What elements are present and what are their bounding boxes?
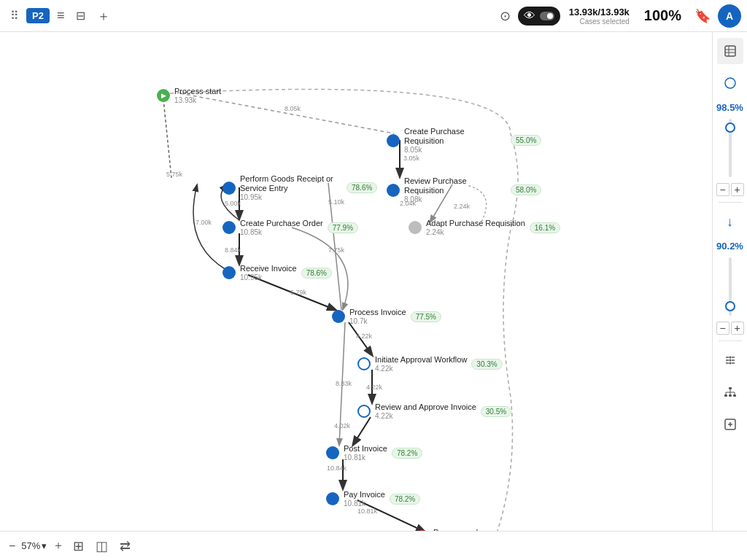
svg-rect-48 [733, 394, 736, 397]
plus-button-top[interactable]: + [731, 183, 744, 196]
node-label-post-inv: Post Invoice [344, 444, 387, 454]
node-create-purchase-req[interactable]: Create Purchase Requisition 8.05k 55.0% [387, 127, 541, 154]
svg-line-1 [163, 99, 171, 178]
menu-icon[interactable]: ≡ [53, 4, 69, 28]
settings-icon[interactable] [717, 347, 743, 373]
node-circle-pay-inv [326, 492, 339, 505]
svg-line-11 [353, 417, 371, 445]
node-sublabel-review-pr: 8.08k [404, 195, 506, 203]
eye-toggle[interactable]: 👁 [518, 7, 560, 26]
svg-text:10.81k: 10.81k [357, 508, 378, 515]
svg-text:5.79k: 5.79k [290, 289, 307, 296]
node-review-approve[interactable]: Review and Approve Invoice 4.22k 30.5% [357, 402, 511, 420]
zoom-in-button[interactable]: ＋ [53, 538, 64, 553]
node-label-end: Process end [433, 528, 478, 531]
minus-button-top[interactable]: − [716, 183, 729, 196]
minus-button-bottom[interactable]: − [716, 322, 729, 335]
zoom-caret-icon: ▾ [42, 540, 47, 551]
node-post-invoice[interactable]: Post Invoice 10.81k 78.2% [326, 444, 422, 462]
percentage-badge: 100% [644, 7, 681, 24]
node-label-pay-inv: Pay Invoice [344, 490, 385, 499]
filter-icon[interactable]: ⊟ [71, 4, 90, 27]
node-pay-invoice[interactable]: Pay Invoice 10.81k 78.2% [326, 490, 420, 508]
node-circle-create-pr [387, 134, 400, 147]
svg-rect-47 [729, 394, 732, 397]
svg-text:4.22k: 4.22k [356, 332, 373, 340]
node-adapt-pr[interactable]: Adapt Purchase Requisition 2.24k 16.1% [409, 219, 560, 236]
svg-line-9 [339, 322, 345, 445]
down-arrow-icon[interactable]: ↓ [717, 209, 743, 235]
node-label-create-pr: Create Purchase Requisition [404, 127, 506, 146]
right-panel: 98.5% − + ↓ 90.2% − + [712, 32, 747, 531]
bookmark-icon[interactable]: 🔖 [690, 4, 715, 28]
grid-icon[interactable]: ⠿ [6, 4, 23, 27]
slider-thumb-bottom[interactable] [725, 301, 735, 311]
node-circle-review-approve [357, 405, 371, 418]
svg-text:3.05k: 3.05k [403, 155, 420, 162]
node-circle-start: ▶ [157, 89, 170, 102]
badge-post-inv: 78.2% [392, 448, 422, 459]
circle-filter-icon[interactable] [717, 70, 743, 96]
top-slider [729, 119, 732, 177]
compare-icon[interactable]: ⇄ [117, 537, 133, 556]
node-initiate-approval[interactable]: Initiate Approval Workflow 4.22k 30.3% [357, 355, 503, 373]
pct-bottom-label: 90.2% [716, 241, 743, 252]
zoom-out-button[interactable]: − [9, 540, 15, 553]
eye-icon: 👁 [524, 9, 535, 23]
svg-line-8 [349, 322, 372, 355]
p2-badge[interactable]: P2 [26, 8, 50, 23]
node-perform-goods[interactable]: Perform Goods Receipt or Service Entry 1… [222, 174, 377, 201]
node-circle-recv-inv [222, 266, 236, 279]
table-icon[interactable] [717, 38, 743, 64]
svg-rect-31 [725, 46, 735, 56]
node-receive-invoice[interactable]: Receive Invoice 10.95k 78.6% [222, 264, 332, 281]
node-label-adapt-pr: Adapt Purchase Requisition [426, 219, 525, 228]
node-process-start[interactable]: ▶ Process start 13.93k [157, 87, 221, 104]
layers-icon[interactable]: ◫ [93, 537, 111, 556]
share-icon[interactable]: ⊙ [495, 4, 515, 28]
node-sublabel-start: 13.93k [174, 96, 221, 104]
top-minus-plus: − + [716, 183, 744, 196]
main-area: 8.05k 5.75k 5.00k 7.00k 8.84k 5.10k 7.75… [0, 32, 747, 531]
node-circle-end: ■ [416, 530, 429, 531]
node-label-recv-inv: Receive Invoice [240, 264, 297, 273]
node-sublabel-adapt-pr: 2.24k [426, 228, 525, 236]
node-process-end[interactable]: ■ Process end 13.93k [416, 528, 478, 531]
cases-label: Cases selected [579, 18, 629, 26]
expand-icon[interactable] [717, 411, 743, 438]
slider-track-bottom[interactable] [729, 257, 732, 316]
svg-text:8.84k: 8.84k [225, 246, 241, 254]
slider-thumb-top[interactable] [725, 122, 735, 133]
node-label-goods: Perform Goods Receipt or Service Entry [240, 174, 342, 193]
process-canvas[interactable]: 8.05k 5.75k 5.00k 7.00k 8.84k 5.10k 7.75… [0, 32, 712, 531]
node-label-start: Process start [174, 87, 221, 96]
svg-text:4.02k: 4.02k [334, 422, 351, 429]
avatar[interactable]: A [718, 4, 741, 28]
cases-number: 13.93k/13.93k [569, 7, 630, 18]
svg-text:8.83k: 8.83k [336, 380, 352, 387]
node-create-po[interactable]: Create Purchase Order 10.85k 77.9% [222, 219, 358, 236]
fit-screen-icon[interactable]: ⊞ [70, 537, 87, 556]
slider-track-top[interactable] [729, 119, 732, 177]
svg-point-36 [729, 357, 731, 359]
hierarchy-icon[interactable] [717, 379, 743, 405]
plus-button-bottom[interactable]: + [731, 322, 744, 335]
zoom-control[interactable]: 57% ▾ [21, 540, 47, 551]
toggle-switch[interactable] [540, 12, 554, 20]
badge-pay-inv: 78.2% [390, 494, 420, 505]
node-sublabel-recv-inv: 10.95k [240, 273, 297, 281]
node-circle-adapt-pr [409, 221, 422, 234]
divider-1 [719, 202, 742, 203]
pct-top-label: 98.5% [716, 102, 743, 113]
node-process-invoice[interactable]: Process Invoice 10.7k 77.5% [332, 308, 441, 325]
node-sublabel-post-inv: 10.81k [344, 454, 387, 462]
top-toolbar: ⠿ P2 ≡ ⊟ ＋ ⊙ 👁 13.93k/13.93k Cases selec… [0, 0, 747, 32]
play-icon: ▶ [161, 92, 166, 99]
bottom-minus-plus: − + [716, 322, 744, 335]
node-label-proc-inv: Process Invoice [349, 308, 406, 317]
bottom-toolbar: − 57% ▾ ＋ ⊞ ◫ ⇄ [0, 531, 747, 560]
svg-text:2.24k: 2.24k [454, 203, 471, 210]
add-icon[interactable]: ＋ [93, 3, 115, 29]
node-circle-approval [357, 357, 371, 370]
node-review-purchase-req[interactable]: Review Purchase Requisition 8.08k 58.0% [387, 176, 541, 203]
